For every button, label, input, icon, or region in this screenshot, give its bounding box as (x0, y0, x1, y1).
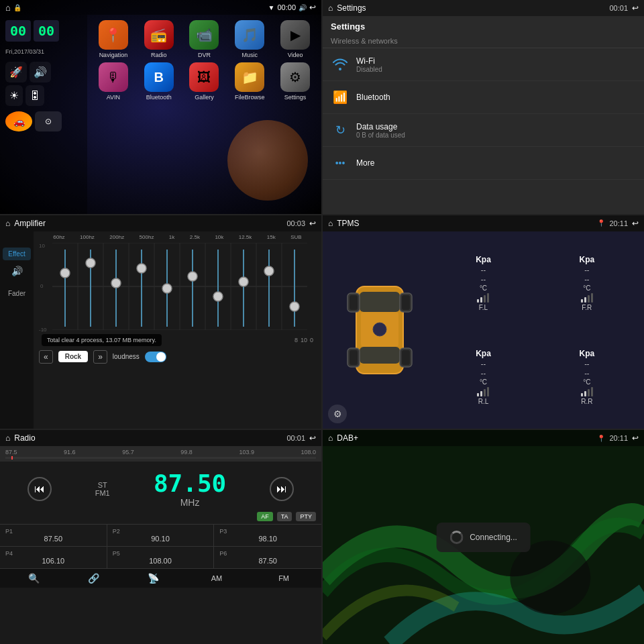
radio-preset-p1[interactable]: P1 87.50 (0, 525, 107, 547)
clock-minutes: 00 (34, 20, 59, 42)
dab-status-bar: ⌂ DAB+ 📍 20:11 ↩ (323, 430, 644, 446)
settings-bt-item[interactable]: 📶 Bluetooth (323, 81, 644, 114)
radio-antenna-icon[interactable]: 📡 (148, 573, 159, 584)
radio-pty-btn[interactable]: PTY (296, 512, 316, 521)
dab-home-icon[interactable]: ⌂ (328, 433, 333, 443)
home-icon[interactable]: ⌂ (5, 3, 11, 13)
status-bar-right: ▼ 00:00 🔊 ↩ (268, 3, 316, 12)
eq-prev-btn[interactable]: « (39, 350, 53, 364)
amp-sidebar: Effect 🔊 Fader (0, 231, 34, 429)
preset-p2-label: P2 (113, 528, 209, 535)
settings-data-sub: 0 B of data used (356, 131, 636, 139)
amp-fader-btn[interactable]: Fader (3, 287, 31, 300)
radio-unit: MHz (180, 497, 200, 508)
toggle-knob (156, 352, 166, 362)
settings-data-icon: ↻ (331, 121, 350, 140)
app-dvr[interactable]: 📹 DVR (184, 20, 225, 58)
svg-rect-39 (402, 295, 410, 310)
tpms-fl-signal (477, 293, 489, 303)
eq-scale-neg10: -10 (39, 327, 47, 333)
amp-back-icon[interactable]: ↩ (309, 219, 316, 228)
dab-connecting-dialog: Connecting... (436, 523, 531, 552)
radio-back-icon[interactable]: ↩ (309, 433, 316, 443)
app-video[interactable]: ▶ Video (274, 20, 316, 58)
app-settings[interactable]: ⚙ Settings (274, 62, 316, 101)
radio-am-btn[interactable]: AM (207, 573, 227, 584)
sidebar-menu-btn[interactable]: ⊙ (35, 111, 62, 131)
gallery-icon: 🖼 (189, 62, 219, 92)
settings-wifi-sub: Disabled (356, 66, 636, 73)
tpms-back-icon[interactable]: ↩ (632, 219, 639, 228)
sig-bar-rr-2 (584, 391, 586, 396)
sidebar-eq-btn[interactable]: 🎛 (25, 85, 44, 106)
radio-prev-button[interactable]: ⏮ (28, 477, 52, 501)
dab-back-icon[interactable]: ↩ (632, 433, 639, 443)
settings-icon: ⚙ (280, 62, 310, 92)
amp-volume-icon[interactable]: 🔊 (3, 263, 31, 279)
radio-mode-buttons: AF TA PTY (0, 512, 321, 524)
avin-icon: 🎙 (99, 62, 128, 92)
filebrowse-icon: 📁 (235, 62, 264, 92)
tpms-car-center (328, 237, 431, 424)
settings-more-item[interactable]: ••• More (323, 147, 644, 180)
app-music[interactable]: 🎵 Music (229, 20, 270, 58)
app-bluetooth[interactable]: B Bluetooth (138, 62, 180, 101)
settings-data-item[interactable]: ↻ Data usage 0 B of data used (323, 114, 644, 147)
amp-effect-btn[interactable]: Effect (3, 248, 31, 260)
radio-preset-p2[interactable]: P2 90.10 (107, 525, 215, 547)
radio-search-icon[interactable]: 🔍 (28, 573, 40, 584)
tpms-fr-temp-val: -- (584, 275, 589, 283)
app-navigation[interactable]: 📍 Navigation (93, 20, 134, 58)
amp-content: Effect 🔊 Fader 60hz 100hz 200hz 500hz 1k… (0, 231, 321, 429)
settings-more-icon: ••• (331, 154, 350, 172)
amp-bar-right: 00:03 ↩ (286, 219, 316, 228)
back-icon[interactable]: ↩ (309, 3, 316, 12)
radio-preset-p4[interactable]: P4 106.10 (0, 547, 107, 568)
eq-preset-name[interactable]: Rock (58, 351, 88, 362)
sidebar-brightness-btn[interactable]: ☀ (5, 85, 23, 106)
radio-time: 00:01 (286, 434, 305, 442)
radio-bt-icon[interactable]: 🔗 (88, 573, 99, 584)
settings-wifi-item[interactable]: Wi-Fi Disabled (323, 48, 644, 81)
preset-p3-label: P3 (219, 528, 316, 535)
radio-frequency: 87.50 (154, 470, 226, 497)
tpms-fr-kpa-label: Kpa (579, 255, 594, 264)
app-radio[interactable]: 📻 Radio (138, 20, 180, 58)
eq-scale-0b: 0 (310, 337, 313, 343)
tpms-rl-kpa-val: -- (481, 360, 486, 368)
sidebar-rocket-btn[interactable]: 🚀 (5, 62, 27, 83)
radio-info: ST FM1 (95, 481, 110, 497)
panel-amplifier: ⌂ Amplifier 00:03 ↩ Effect 🔊 Fader 60hz … (0, 215, 321, 429)
app-gallery[interactable]: 🖼 Gallery (184, 62, 225, 101)
radio-preset-p3[interactable]: P3 98.10 (214, 525, 321, 547)
radio-home-icon[interactable]: ⌂ (5, 433, 10, 443)
eq-scale-btns: 8 10 0 (294, 337, 313, 343)
sidebar-car-btn[interactable]: 🚗 (5, 111, 32, 131)
radio-fm-btn[interactable]: FM (274, 573, 293, 584)
dab-gps-icon: 📍 (597, 435, 605, 442)
settings-home-icon[interactable]: ⌂ (328, 3, 333, 13)
eq-label-6: 10k (215, 234, 223, 240)
freq-track (5, 457, 316, 459)
radio-preset-p6[interactable]: P6 87.50 (214, 547, 321, 568)
loudness-label: loudness (113, 353, 140, 360)
amp-home-icon[interactable]: ⌂ (5, 219, 10, 228)
radio-next-button[interactable]: ⏭ (270, 477, 294, 501)
eq-toast: Total clear 4 process, 13.07 MB memory. (42, 334, 162, 346)
sidebar-volume-btn[interactable]: 🔊 (30, 62, 51, 83)
loudness-toggle[interactable] (145, 352, 166, 362)
svg-point-29 (264, 266, 274, 276)
tpms-fl-temp-unit: °C (480, 284, 487, 292)
settings-back-icon[interactable]: ↩ (632, 3, 639, 13)
music-label: Music (242, 52, 258, 58)
radio-preset-p5[interactable]: P5 108.00 (107, 547, 215, 568)
radio-ta-btn[interactable]: TA (277, 512, 292, 521)
tpms-home-icon[interactable]: ⌂ (328, 219, 333, 228)
svg-point-23 (188, 272, 197, 281)
sig-bar-fr-1 (581, 299, 583, 303)
app-filebrowse[interactable]: 📁 FileBrowse (229, 62, 270, 101)
eq-next-btn[interactable]: » (93, 350, 107, 364)
app-avin[interactable]: 🎙 AVIN (93, 62, 134, 101)
tpms-rl-temp-unit: °C (480, 378, 487, 386)
radio-af-btn[interactable]: AF (257, 512, 273, 521)
